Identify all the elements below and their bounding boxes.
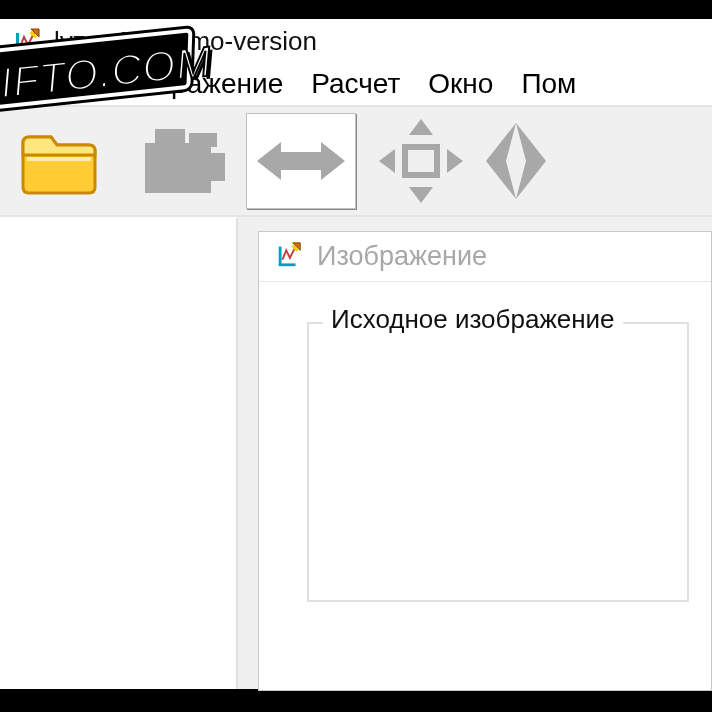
svg-rect-6 xyxy=(189,133,217,147)
svg-marker-11 xyxy=(409,119,433,135)
child-title-bar[interactable]: Изображение xyxy=(259,232,711,282)
toolbar-open-button[interactable] xyxy=(6,113,116,209)
toolbar-hflip-button[interactable] xyxy=(246,113,356,209)
app-icon xyxy=(275,241,303,273)
groupbox-label: Исходное изображение xyxy=(323,304,623,335)
menu-window[interactable]: Окно xyxy=(428,68,493,100)
child-window-image[interactable]: Изображение Исходное изображение xyxy=(258,231,712,691)
menu-bar: Файл Изображение Расчет Окно Пом xyxy=(0,63,712,105)
svg-rect-7 xyxy=(211,153,225,181)
svg-marker-13 xyxy=(379,149,395,173)
fit-to-screen-icon xyxy=(375,117,467,205)
mdi-client-area: Изображение Исходное изображение xyxy=(238,217,712,689)
svg-marker-12 xyxy=(409,187,433,203)
main-area: Изображение Исходное изображение xyxy=(0,217,712,689)
child-window-body: Исходное изображение xyxy=(259,282,711,612)
toolbar-more-button[interactable] xyxy=(486,113,546,209)
camera-icon xyxy=(135,119,227,203)
svg-marker-9 xyxy=(257,142,345,180)
svg-rect-1 xyxy=(16,51,34,54)
menu-help[interactable]: Пом xyxy=(521,68,576,100)
source-image-groupbox: Исходное изображение xyxy=(307,322,689,602)
app-icon xyxy=(12,27,42,61)
sidebar-panel[interactable] xyxy=(0,217,238,689)
toolbar-fit-button[interactable] xyxy=(366,113,476,209)
menu-file[interactable]: Файл xyxy=(10,68,79,100)
svg-marker-14 xyxy=(447,149,463,173)
svg-point-8 xyxy=(163,155,191,183)
svg-rect-0 xyxy=(16,33,19,53)
svg-rect-10 xyxy=(405,147,437,175)
svg-rect-17 xyxy=(279,246,282,265)
title-bar[interactable]: lyzer 1.5 demo-version xyxy=(0,19,712,63)
application-window: lyzer 1.5 demo-version Файл Изображение … xyxy=(0,19,712,689)
diamond-icon xyxy=(486,117,546,205)
svg-rect-18 xyxy=(279,263,296,266)
horizontal-arrows-icon xyxy=(253,136,349,186)
toolbar xyxy=(0,105,712,217)
outer-container: XIFTO.COM lyzer 1.5 demo-version Файл Из… xyxy=(0,0,712,712)
window-title: lyzer 1.5 demo-version xyxy=(54,26,317,57)
folder-open-icon xyxy=(15,121,107,201)
svg-rect-5 xyxy=(155,129,185,147)
menu-calc[interactable]: Расчет xyxy=(311,68,400,100)
child-window-title: Изображение xyxy=(317,241,487,272)
menu-image[interactable]: Изображение xyxy=(107,68,283,100)
toolbar-camera-button[interactable] xyxy=(126,113,236,209)
